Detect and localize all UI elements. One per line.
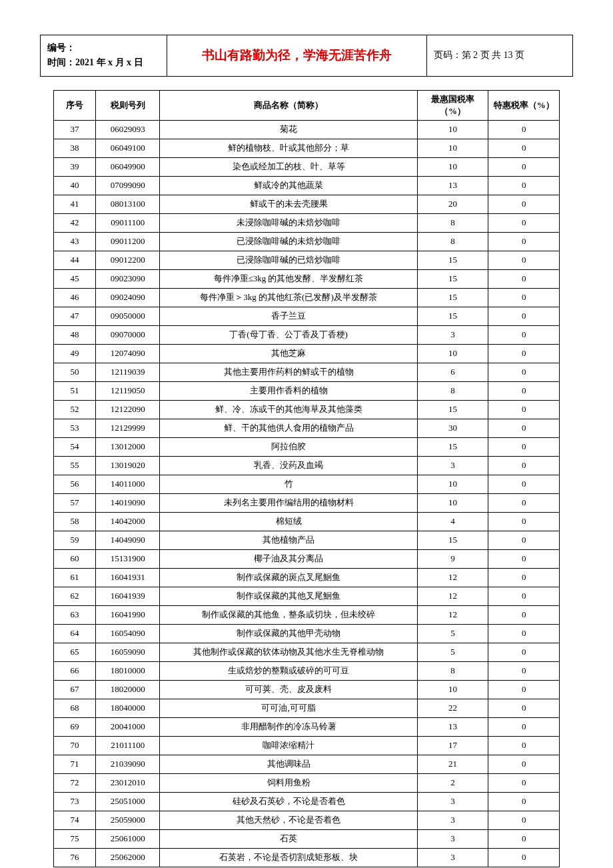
- cell-name: 竹: [160, 475, 417, 493]
- cell-rate2: 0: [488, 848, 560, 867]
- table-row: 7021011100咖啡浓缩精汁170: [54, 736, 560, 755]
- cell-rate1: 20: [417, 195, 488, 213]
- cell-name: 制作或保藏的斑点叉尾鮰鱼: [160, 568, 417, 587]
- cell-name: 咖啡浓缩精汁: [160, 736, 417, 755]
- cell-name: 石英: [160, 829, 417, 848]
- cell-seq: 71: [54, 755, 96, 773]
- cell-code: 18040000: [96, 699, 160, 717]
- cell-seq: 76: [54, 848, 96, 867]
- cell-rate2: 0: [488, 811, 560, 829]
- cell-rate1: 15: [417, 531, 488, 549]
- cell-seq: 45: [54, 269, 96, 288]
- cell-rate1: 4: [417, 512, 488, 531]
- cell-rate1: 10: [417, 139, 488, 157]
- cell-name: 每件净重＞3kg 的其他红茶(已发酵)及半发酵茶: [160, 288, 417, 307]
- cell-rate2: 0: [488, 792, 560, 811]
- table-row: 3906049900染色或经加工的枝、叶、草等100: [54, 157, 560, 176]
- cell-rate2: 0: [488, 699, 560, 717]
- table-row: 3806049100鲜的植物枝、叶或其他部分；草100: [54, 139, 560, 157]
- cell-seq: 56: [54, 475, 96, 493]
- cell-rate1: 8: [417, 213, 488, 232]
- cell-name: 生或焙炒的整颗或破碎的可可豆: [160, 661, 417, 680]
- cell-rate1: 13: [417, 717, 488, 736]
- cell-seq: 44: [54, 251, 96, 269]
- cell-rate2: 0: [488, 120, 560, 139]
- cell-code: 16054090: [96, 624, 160, 643]
- cell-seq: 48: [54, 325, 96, 344]
- cell-rate2: 0: [488, 381, 560, 400]
- cell-rate1: 10: [417, 344, 488, 363]
- cell-code: 18020000: [96, 680, 160, 699]
- cell-seq: 57: [54, 493, 96, 512]
- doc-time-label: 时间：2021 年 x 月 x 日: [47, 55, 160, 70]
- cell-rate2: 0: [488, 269, 560, 288]
- cell-seq: 65: [54, 643, 96, 661]
- cell-rate2: 0: [488, 493, 560, 512]
- cell-rate2: 0: [488, 456, 560, 475]
- cell-seq: 42: [54, 213, 96, 232]
- cell-rate1: 8: [417, 232, 488, 251]
- cell-rate1: 9: [417, 549, 488, 568]
- table-row: 5312129999鲜、干的其他供人食用的植物产品300: [54, 419, 560, 437]
- cell-code: 18010000: [96, 661, 160, 680]
- table-row: 7425059000其他天然砂，不论是否着色30: [54, 811, 560, 829]
- header-table: 编号： 时间：2021 年 x 月 x 日 书山有路勤为径，学海无涯苦作舟 页码…: [40, 35, 573, 77]
- cell-rate1: 12: [417, 587, 488, 605]
- cell-code: 13012000: [96, 437, 160, 456]
- table-row: 4609024090每件净重＞3kg 的其他红茶(已发酵)及半发酵茶150: [54, 288, 560, 307]
- cell-seq: 53: [54, 419, 96, 437]
- table-row: 6216041939制作或保藏的其他叉尾鮰鱼120: [54, 587, 560, 605]
- cell-name: 丁香(母丁香、公丁香及丁香梗): [160, 325, 417, 344]
- cell-rate1: 15: [417, 269, 488, 288]
- cell-code: 06049900: [96, 157, 160, 176]
- table-row: 5614011000竹100: [54, 475, 560, 493]
- cell-rate1: 6: [417, 363, 488, 381]
- cell-rate2: 0: [488, 251, 560, 269]
- table-row: 5814042000棉短绒40: [54, 512, 560, 531]
- table-row: 6718020000可可荚、壳、皮及废料100: [54, 680, 560, 699]
- cell-rate2: 0: [488, 643, 560, 661]
- cell-code: 23012010: [96, 773, 160, 792]
- cell-seq: 75: [54, 829, 96, 848]
- page-container: 编号： 时间：2021 年 x 月 x 日 书山有路勤为径，学海无涯苦作舟 页码…: [40, 35, 573, 868]
- cell-name: 可可荚、壳、皮及废料: [160, 680, 417, 699]
- cell-code: 09011200: [96, 232, 160, 251]
- table-row: 7121039090其他调味品210: [54, 755, 560, 773]
- table-row: 4309011200已浸除咖啡碱的未焙炒咖啡80: [54, 232, 560, 251]
- table-row: 4912074090其他芝麻100: [54, 344, 560, 363]
- table-row: 5212122090鲜、冷、冻或干的其他海草及其他藻类150: [54, 400, 560, 419]
- cell-rate2: 0: [488, 680, 560, 699]
- cell-code: 12119050: [96, 381, 160, 400]
- cell-seq: 68: [54, 699, 96, 717]
- cell-code: 08013100: [96, 195, 160, 213]
- cell-rate1: 10: [417, 475, 488, 493]
- cell-code: 12122090: [96, 400, 160, 419]
- cell-rate1: 30: [417, 419, 488, 437]
- cell-name: 菊花: [160, 120, 417, 139]
- cell-rate2: 0: [488, 176, 560, 195]
- table-header-row: 序号 税则号列 商品名称（简称） 最惠国税率（%） 特惠税率（%）: [54, 90, 560, 120]
- cell-seq: 59: [54, 531, 96, 549]
- cell-code: 14019090: [96, 493, 160, 512]
- cell-seq: 49: [54, 344, 96, 363]
- cell-name: 椰子油及其分离品: [160, 549, 417, 568]
- table-row: 4108013100鲜或干的未去壳腰果200: [54, 195, 560, 213]
- table-row: 6015131900椰子油及其分离品90: [54, 549, 560, 568]
- cell-rate2: 0: [488, 661, 560, 680]
- cell-name: 已浸除咖啡碱的未焙炒咖啡: [160, 232, 417, 251]
- th-rate2: 特惠税率（%）: [488, 90, 560, 120]
- table-row: 6116041931制作或保藏的斑点叉尾鮰鱼120: [54, 568, 560, 587]
- table-row: 4209011100未浸除咖啡碱的未焙炒咖啡80: [54, 213, 560, 232]
- cell-seq: 46: [54, 288, 96, 307]
- cell-name: 香子兰豆: [160, 307, 417, 325]
- cell-name: 每件净重≤3kg 的其他发酵、半发酵红茶: [160, 269, 417, 288]
- cell-name: 其他制作或保藏的软体动物及其他水生无脊椎动物: [160, 643, 417, 661]
- cell-rate2: 0: [488, 363, 560, 381]
- cell-rate1: 10: [417, 120, 488, 139]
- cell-rate1: 22: [417, 699, 488, 717]
- table-row: 5413012000阿拉伯胶150: [54, 437, 560, 456]
- cell-name: 制作或保藏的其他叉尾鮰鱼: [160, 587, 417, 605]
- cell-rate2: 0: [488, 157, 560, 176]
- cell-rate2: 0: [488, 195, 560, 213]
- cell-rate1: 12: [417, 568, 488, 587]
